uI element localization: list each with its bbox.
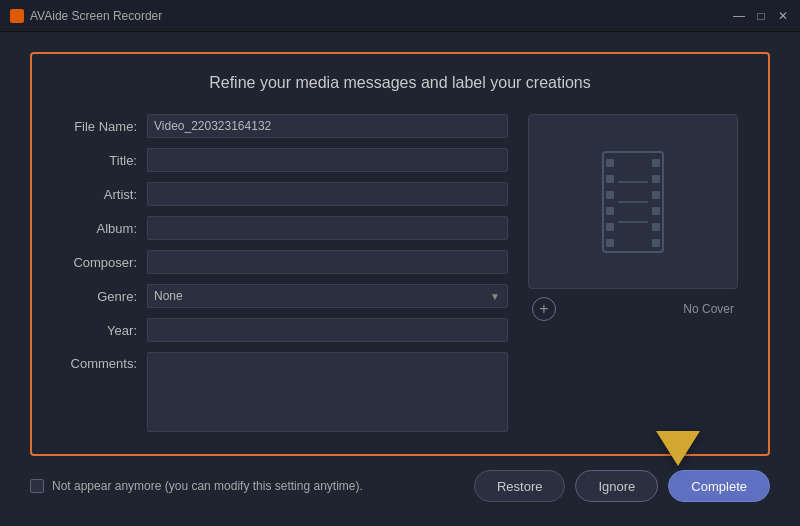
restore-button[interactable]: Restore xyxy=(474,470,566,502)
comments-input[interactable] xyxy=(147,352,508,432)
year-label: Year: xyxy=(62,323,147,338)
artist-row: Artist: xyxy=(62,182,508,206)
not-appear-text: Not appear anymore (you can modify this … xyxy=(52,479,363,493)
app-icon xyxy=(10,9,24,23)
file-name-input[interactable] xyxy=(147,114,508,138)
svg-rect-6 xyxy=(606,239,614,247)
down-arrow-icon xyxy=(656,431,700,466)
form-fields: File Name: Title: Artist: Album: xyxy=(62,114,508,432)
svg-rect-8 xyxy=(652,175,660,183)
album-input[interactable] xyxy=(147,216,508,240)
app-name: AVAide Screen Recorder xyxy=(30,9,162,23)
ignore-button[interactable]: Ignore xyxy=(575,470,658,502)
not-appear-checkbox-label[interactable]: Not appear anymore (you can modify this … xyxy=(30,479,363,493)
svg-rect-5 xyxy=(606,223,614,231)
add-cover-button[interactable]: + xyxy=(532,297,556,321)
cover-area: + No Cover xyxy=(528,114,738,432)
cover-bottom: + No Cover xyxy=(528,297,738,321)
title-bar-left: AVAide Screen Recorder xyxy=(10,9,162,23)
svg-rect-3 xyxy=(606,191,614,199)
genre-select[interactable]: None Pop Rock Jazz Classical Hip-Hop Ele… xyxy=(147,284,508,308)
genre-label: Genre: xyxy=(62,289,147,304)
svg-rect-11 xyxy=(652,223,660,231)
film-strip-icon xyxy=(588,147,678,257)
album-label: Album: xyxy=(62,221,147,236)
title-row: Title: xyxy=(62,148,508,172)
complete-button[interactable]: Complete xyxy=(668,470,770,502)
close-button[interactable]: ✕ xyxy=(776,9,790,23)
cover-preview xyxy=(528,114,738,289)
album-row: Album: xyxy=(62,216,508,240)
media-panel: Refine your media messages and label you… xyxy=(30,52,770,456)
maximize-button[interactable]: □ xyxy=(754,9,768,23)
panel-title: Refine your media messages and label you… xyxy=(62,74,738,92)
form-area: File Name: Title: Artist: Album: xyxy=(62,114,738,432)
composer-row: Composer: xyxy=(62,250,508,274)
arrow-indicator xyxy=(656,431,700,466)
comments-row: Comments: xyxy=(62,352,508,432)
file-name-label: File Name: xyxy=(62,119,147,134)
composer-label: Composer: xyxy=(62,255,147,270)
year-row: Year: xyxy=(62,318,508,342)
svg-rect-12 xyxy=(652,239,660,247)
artist-input[interactable] xyxy=(147,182,508,206)
genre-row: Genre: None Pop Rock Jazz Classical Hip-… xyxy=(62,284,508,308)
no-cover-label: No Cover xyxy=(683,302,734,316)
minimize-button[interactable]: — xyxy=(732,9,746,23)
svg-rect-2 xyxy=(606,175,614,183)
year-input[interactable] xyxy=(147,318,508,342)
comments-label: Comments: xyxy=(62,352,147,371)
svg-rect-1 xyxy=(606,159,614,167)
title-bar: AVAide Screen Recorder — □ ✕ xyxy=(0,0,800,32)
svg-rect-9 xyxy=(652,191,660,199)
svg-rect-4 xyxy=(606,207,614,215)
file-name-row: File Name: xyxy=(62,114,508,138)
not-appear-checkbox[interactable] xyxy=(30,479,44,493)
composer-input[interactable] xyxy=(147,250,508,274)
genre-select-wrapper: None Pop Rock Jazz Classical Hip-Hop Ele… xyxy=(147,284,508,308)
title-input[interactable] xyxy=(147,148,508,172)
svg-rect-10 xyxy=(652,207,660,215)
bottom-buttons: Restore Ignore Complete xyxy=(474,470,770,502)
svg-rect-7 xyxy=(652,159,660,167)
title-label: Title: xyxy=(62,153,147,168)
artist-label: Artist: xyxy=(62,187,147,202)
window-controls: — □ ✕ xyxy=(732,9,790,23)
